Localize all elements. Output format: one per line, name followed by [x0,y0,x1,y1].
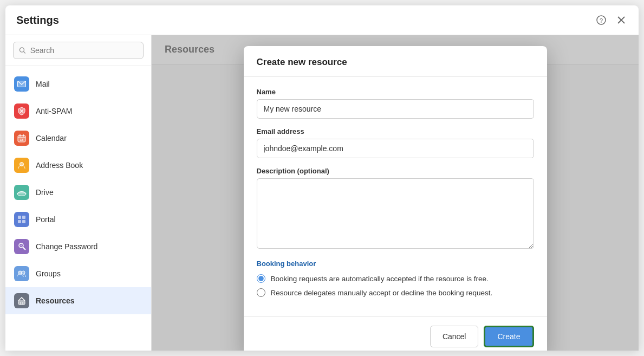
name-label: Name [257,88,534,96]
addressbook-label: Address Book [36,161,83,170]
search-container [5,35,151,66]
calendar-icon: 15 [14,131,29,146]
svg-text:?: ? [600,17,603,24]
svg-point-22 [21,245,22,247]
booking-behavior-group: Booking behavior Booking requests are au… [257,260,534,297]
sidebar-item-addressbook[interactable]: Address Book [5,152,151,179]
svg-rect-18 [18,220,21,223]
svg-line-5 [24,51,25,53]
email-label: Email address [257,127,534,135]
resources-label: Resources [36,296,75,305]
sidebar-item-mail[interactable]: Mail [5,70,151,98]
svg-rect-17 [22,216,25,219]
search-icon [19,47,26,54]
sidebar-item-antispam[interactable]: Anti-SPAM [5,98,151,125]
create-button[interactable]: Create [484,326,534,347]
sidebar-item-drive[interactable]: Drive [5,179,151,206]
settings-window: Settings ? [5,5,639,351]
name-group: Name [257,88,534,119]
groups-icon [14,266,29,281]
window-controls: ? [594,13,628,27]
description-input[interactable] [257,178,534,249]
email-input[interactable] [257,139,534,158]
svg-point-24 [22,271,25,274]
name-input[interactable] [257,99,534,119]
svg-rect-25 [18,301,25,305]
svg-rect-19 [22,220,25,223]
svg-point-23 [18,271,22,274]
modal-title: Create new resource [257,57,347,67]
portal-icon [14,212,29,227]
addressbook-icon [14,158,29,173]
window-title: Settings [16,14,59,27]
svg-rect-16 [18,216,21,219]
sidebar-item-calendar[interactable]: 15 Calendar [5,125,151,152]
description-group: Description (optional) [257,167,534,251]
svg-line-21 [23,247,25,250]
radio-manual[interactable]: Resource delegates manually accept or de… [257,288,534,297]
calendar-label: Calendar [36,134,67,143]
changepassword-icon [14,239,29,254]
help-button[interactable]: ? [594,13,608,27]
sidebar-item-resources[interactable]: Resources [5,287,151,314]
changepassword-label: Change Password [36,242,97,251]
main-content: Resources Create new resource Name [152,35,639,351]
groups-label: Groups [36,269,61,278]
search-input[interactable] [30,46,138,55]
close-button[interactable] [615,14,628,27]
modal-footer: Cancel Create [244,316,547,351]
sidebar: Mail Anti-SPAM [5,35,152,351]
window-body: Mail Anti-SPAM [5,35,639,351]
booking-behavior-title: Booking behavior [257,260,534,268]
radio-auto[interactable]: Booking requests are automatically accep… [257,274,534,283]
radio-manual-label: Resource delegates manually accept or de… [271,289,493,297]
mail-icon [14,76,29,92]
svg-text:15: 15 [20,138,24,141]
modal-header: Create new resource [244,46,547,77]
cancel-button[interactable]: Cancel [430,326,479,347]
window-header: Settings ? [5,5,639,35]
sidebar-item-changepassword[interactable]: Change Password [5,233,151,260]
description-label: Description (optional) [257,167,534,175]
help-icon: ? [596,15,606,25]
create-resource-modal: Create new resource Name Email address [244,46,547,351]
portal-label: Portal [36,215,56,224]
radio-auto-label: Booking requests are automatically accep… [271,275,489,283]
radio-manual-input[interactable] [257,288,265,297]
nav-list: Mail Anti-SPAM [5,66,151,351]
radio-group: Booking requests are automatically accep… [257,274,534,297]
modal-overlay: Create new resource Name Email address [152,35,639,351]
modal-body: Name Email address Description (optional… [244,77,547,316]
antispam-icon [14,103,29,119]
search-box [13,42,144,59]
resources-icon [14,293,29,308]
antispam-label: Anti-SPAM [36,107,72,115]
mail-label: Mail [36,80,50,88]
sidebar-item-groups[interactable]: Groups [5,260,151,287]
email-group: Email address [257,127,534,158]
sidebar-item-portal[interactable]: Portal [5,206,151,233]
radio-auto-input[interactable] [257,274,265,283]
drive-label: Drive [36,188,54,197]
close-icon [617,16,626,24]
svg-point-4 [19,48,24,52]
drive-icon [14,185,29,200]
